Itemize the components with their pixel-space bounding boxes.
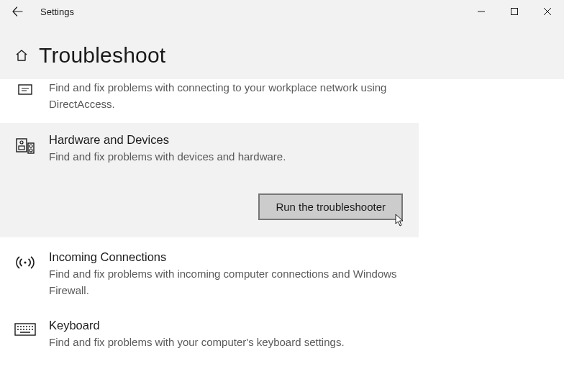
titlebar: Settings [0, 0, 564, 23]
item-desc: Find and fix problems with incoming comp… [49, 265, 409, 299]
page-header: Troubleshoot [0, 23, 564, 79]
back-button[interactable] [0, 0, 35, 23]
minimize-icon [478, 8, 485, 15]
window-title: Settings [35, 6, 74, 17]
hardware-icon [13, 133, 37, 220]
svg-point-8 [24, 261, 26, 263]
troubleshoot-item-hardware[interactable]: Hardware and Devices Find and fix proble… [0, 123, 419, 237]
item-desc: Find and fix problems with devices and h… [49, 148, 409, 165]
arrow-left-icon [12, 6, 23, 17]
run-troubleshooter-button[interactable]: Run the troubleshooter [258, 193, 403, 220]
item-desc: Find and fix problems with your computer… [49, 334, 409, 350]
keyboard-icon [13, 319, 37, 350]
item-title: Keyboard [49, 319, 409, 332]
svg-point-3 [20, 141, 23, 144]
svg-rect-0 [511, 9, 518, 15]
close-button[interactable] [531, 0, 564, 23]
troubleshoot-list: Find and fix problems with connecting to… [0, 79, 564, 364]
maximize-button[interactable] [498, 0, 531, 23]
home-icon[interactable] [14, 48, 29, 63]
troubleshoot-item-keyboard[interactable]: Keyboard Find and fix problems with your… [0, 311, 419, 363]
item-title: Incoming Connections [49, 250, 409, 264]
item-title: Hardware and Devices [49, 133, 409, 147]
svg-rect-4 [19, 146, 24, 150]
network-icon [13, 79, 37, 113]
page-title: Troubleshoot [39, 43, 165, 68]
antenna-icon [13, 250, 37, 299]
item-desc: Find and fix problems with connecting to… [49, 79, 409, 113]
minimize-button[interactable] [465, 0, 498, 23]
troubleshoot-item-directaccess[interactable]: Find and fix problems with connecting to… [0, 79, 419, 123]
svg-rect-1 [19, 85, 32, 94]
maximize-icon [511, 8, 518, 15]
close-icon [544, 8, 551, 15]
troubleshoot-item-incoming[interactable]: Incoming Connections Find and fix proble… [0, 237, 419, 312]
